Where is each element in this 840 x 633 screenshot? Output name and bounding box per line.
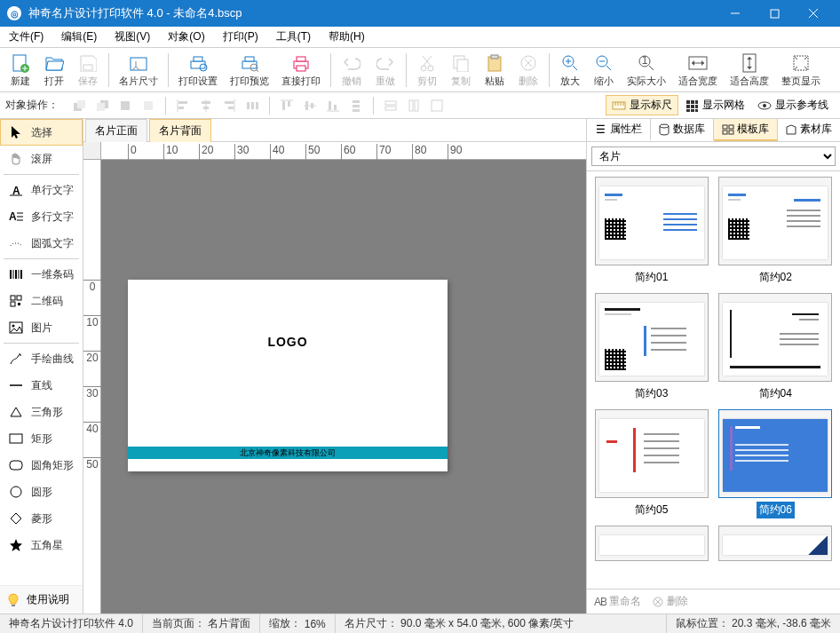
tool-image[interactable]: 图片 (0, 314, 83, 341)
delete-button[interactable]: 删除 (511, 50, 545, 91)
ruler-horizontal[interactable]: 0 10 20 30 40 50 60 70 80 90 (101, 142, 586, 160)
statusbar: 神奇名片设计打印软件 4.0 当前页面： 名片背面 缩放： 16% 名片尺寸： … (0, 613, 840, 633)
actualsize-button[interactable]: 1实际大小 (621, 50, 672, 91)
bring-forward-icon[interactable] (115, 95, 136, 116)
zoomin-icon (559, 52, 581, 74)
send-back-icon[interactable] (91, 95, 113, 116)
template-item[interactable]: 简约04 (717, 293, 836, 402)
show-guide-toggle[interactable]: 显示参考线 (751, 95, 835, 115)
tool-pan[interactable]: 滚屏 (0, 146, 83, 172)
bring-front-icon[interactable] (68, 95, 90, 116)
template-item[interactable]: 简约05 (592, 409, 711, 518)
ruler-vertical[interactable]: 0 10 20 30 40 50 (83, 160, 101, 613)
titlebar: ◎ 神奇名片设计打印软件 4.0 - 未命名4.bscp (0, 0, 840, 27)
template-item[interactable]: 简约01 (592, 177, 711, 286)
save-button[interactable]: 保存 (71, 50, 105, 91)
template-item[interactable] (592, 526, 711, 561)
tool-multiline-text[interactable]: A多行文字 (0, 203, 83, 230)
same-size-icon[interactable] (426, 95, 448, 116)
zoomin-button[interactable]: 放大 (553, 50, 587, 91)
tool-singleline-text[interactable]: A单行文字 (0, 177, 83, 203)
distribute-v-icon[interactable] (345, 95, 367, 116)
fitpage-button[interactable]: 整页显示 (775, 50, 827, 91)
maximize-button[interactable] (755, 0, 794, 27)
rename-button[interactable]: AB重命名 (594, 594, 641, 609)
tab-card-back[interactable]: 名片背面 (149, 119, 211, 142)
template-item[interactable]: 简约06 (717, 409, 836, 518)
paste-button[interactable]: 粘贴 (478, 50, 511, 91)
tool-roundrect[interactable]: 圆角矩形 (0, 452, 83, 479)
templates-icon (722, 123, 734, 136)
undo-button[interactable]: 撤销 (335, 50, 368, 91)
tool-line[interactable]: 直线 (0, 372, 83, 399)
menu-file[interactable]: 文件(F) (0, 27, 52, 47)
menu-tools[interactable]: 工具(T) (267, 27, 320, 47)
printset-button[interactable]: 打印设置 (172, 50, 224, 91)
same-height-icon[interactable] (403, 95, 424, 116)
cut-button[interactable]: 剪切 (410, 50, 444, 91)
tab-templates[interactable]: 模板库 (714, 119, 778, 141)
cardsize-button[interactable]: 名片尺寸 (113, 50, 164, 91)
close-button[interactable] (794, 0, 833, 27)
tab-database[interactable]: 数据库 (651, 119, 715, 141)
redo-button[interactable]: 重做 (368, 50, 402, 91)
menu-object[interactable]: 对象(O) (159, 27, 213, 47)
template-item[interactable]: 简约03 (592, 293, 711, 402)
menu-view[interactable]: 视图(V) (106, 27, 159, 47)
canvas-viewport[interactable]: LOGO 北京神奇像素科技有限公司 (101, 160, 586, 613)
align-left-icon[interactable] (172, 95, 194, 116)
copy-button[interactable]: 复制 (444, 50, 478, 91)
distribute-h-icon[interactable] (242, 95, 263, 116)
align-middle-v-icon[interactable] (299, 95, 321, 116)
tool-freehand[interactable]: 手绘曲线 (0, 345, 83, 372)
template-item[interactable] (717, 526, 836, 561)
svg-rect-90 (691, 105, 694, 108)
align-center-h-icon[interactable] (195, 95, 217, 116)
template-grid[interactable]: 简约01 简约02 简约03 (587, 171, 840, 589)
image-icon (8, 320, 24, 336)
tool-arc-text[interactable]: 圆弧文字 (0, 230, 83, 257)
menu-edit[interactable]: 编辑(E) (52, 27, 106, 47)
tool-circle[interactable]: 圆形 (0, 479, 83, 505)
show-ruler-toggle[interactable]: 显示标尺 (606, 95, 678, 115)
tab-assets[interactable]: 素材库 (778, 119, 841, 141)
zoomout-button[interactable]: 缩小 (587, 50, 621, 91)
fitheight-button[interactable]: 适合高度 (724, 50, 775, 91)
printprev-button[interactable]: 打印预览 (224, 50, 275, 91)
align-right-icon[interactable] (218, 95, 240, 116)
menu-print[interactable]: 打印(P) (214, 27, 267, 47)
database-icon (658, 123, 670, 136)
tool-triangle[interactable]: 三角形 (0, 399, 83, 425)
svg-rect-68 (305, 101, 308, 110)
open-button[interactable]: 打开 (37, 50, 71, 91)
delete-icon (518, 52, 539, 74)
tool-rect[interactable]: 矩形 (0, 425, 83, 452)
tab-card-front[interactable]: 名片正面 (85, 119, 147, 142)
card-logo-text[interactable]: LOGO (128, 335, 448, 349)
same-width-icon[interactable] (380, 95, 401, 116)
printer-settings-icon (187, 52, 209, 74)
tool-qrcode[interactable]: 二维码 (0, 288, 83, 314)
delete-template-button[interactable]: 删除 (652, 594, 688, 609)
svg-rect-57 (203, 107, 209, 109)
fitwidth-button[interactable]: 适合宽度 (672, 50, 724, 91)
show-grid-toggle[interactable]: 显示网格 (678, 95, 751, 115)
template-category-select[interactable]: 名片 (591, 146, 836, 166)
align-bottom-icon[interactable] (322, 95, 344, 116)
align-top-icon[interactable] (276, 95, 297, 116)
template-item[interactable]: 简约02 (717, 177, 836, 286)
svg-rect-51 (144, 101, 153, 110)
send-backward-icon[interactable] (138, 95, 159, 116)
tool-select[interactable]: 选择 (0, 119, 83, 146)
business-card[interactable]: LOGO 北京神奇像素科技有限公司 (128, 280, 448, 471)
menu-help[interactable]: 帮助(H) (320, 27, 374, 47)
tool-star[interactable]: 五角星 (0, 532, 83, 558)
printnow-button[interactable]: 直接打印 (275, 50, 327, 91)
tool-barcode[interactable]: 一维条码 (0, 261, 83, 288)
tool-diamond[interactable]: 菱形 (0, 505, 83, 532)
help-button[interactable]: 使用说明 (0, 585, 83, 613)
minimize-button[interactable] (716, 0, 755, 27)
card-company-text[interactable]: 北京神奇像素科技有限公司 (128, 447, 448, 459)
tab-properties[interactable]: ☰属性栏 (587, 119, 651, 141)
new-button[interactable]: 新建 (4, 50, 37, 91)
